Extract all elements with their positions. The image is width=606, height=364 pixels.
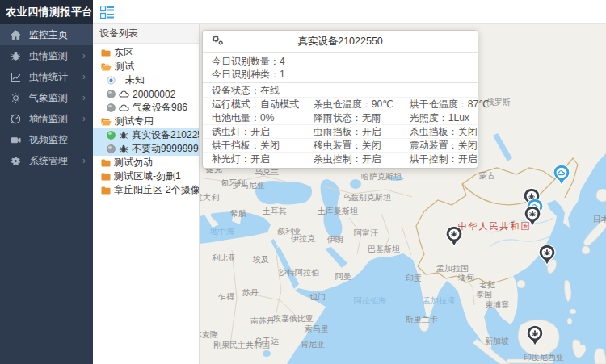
device-info-popup: 真实设备21022550 今日识别数量：4今日识别种类：1 设备状态：在线运行模… xyxy=(202,30,478,169)
popup-field: 烘干控制：开启 xyxy=(401,152,478,165)
folder-icon xyxy=(101,49,111,57)
popup-detail-grid: 设备状态：在线运行模式：自动模式杀虫仓温度：90℃烘干仓温度：87℃电池电量：0… xyxy=(203,83,478,168)
device-list-header: 设备列表 xyxy=(93,24,199,44)
chevron-right-icon: › xyxy=(82,92,86,103)
device-label: 不要动99999999 xyxy=(132,142,199,156)
device-tree-item[interactable]: 测试勿动 xyxy=(93,156,199,169)
insect-device-icon xyxy=(119,144,128,153)
sidebar-item-5[interactable]: 视频监控 xyxy=(0,129,93,150)
app-title: 农业四情测报平台 xyxy=(0,0,93,24)
sidebar-item-label: 系统管理 xyxy=(29,154,82,168)
folder-icon xyxy=(101,186,111,195)
popup-field: 烘干挡板：关闭 xyxy=(203,138,305,152)
popup-field: 诱虫灯：开启 xyxy=(203,124,305,138)
chevron-right-icon: › xyxy=(82,50,86,61)
popup-field: 光照度：1Lux xyxy=(401,111,478,124)
status-dot xyxy=(107,103,116,112)
insect-device-marker[interactable] xyxy=(538,244,556,266)
device-label: 东区 xyxy=(114,46,133,60)
device-tree-item[interactable]: 测试 xyxy=(93,60,199,73)
popup-field: 杀虫仓温度：90℃ xyxy=(305,97,401,111)
chevron-right-icon: › xyxy=(82,113,86,124)
gear-icon xyxy=(10,155,21,166)
popup-stats: 今日识别数量：4今日识别种类：1 xyxy=(203,53,478,83)
popup-stat: 今日识别数量：4 xyxy=(203,55,478,68)
weather-device-marker[interactable] xyxy=(553,164,570,186)
chevron-right-icon: › xyxy=(82,155,86,166)
device-tree: 东区测试未知20000002气象设备986测试专用真实设备21022550不要动… xyxy=(93,44,199,197)
weather-device-icon xyxy=(119,90,129,98)
device-tree-item[interactable]: 不要动99999999 xyxy=(93,142,199,156)
sidebar-item-2[interactable]: 虫情统计› xyxy=(0,66,93,87)
insect-device-icon xyxy=(119,131,128,140)
chevron-right-icon: › xyxy=(82,71,86,82)
device-tree-item[interactable]: 东区 xyxy=(93,46,199,60)
radio-icon[interactable] xyxy=(107,76,116,85)
device-tree-item[interactable]: 测试区域-勿删1 xyxy=(93,169,199,183)
sidebar-item-label: 墒情监测 xyxy=(29,112,82,126)
popup-field: 运行模式：自动模式 xyxy=(203,97,305,111)
device-label: 气象设备986 xyxy=(133,101,187,115)
device-tree-item[interactable]: 章丘阳丘区-2个摄像头 xyxy=(93,183,199,197)
device-label: 20000002 xyxy=(133,89,175,100)
status-dot xyxy=(107,90,116,98)
popup-field: 烘干仓温度：87℃ xyxy=(401,97,478,111)
sidebar-item-label: 虫情监测 xyxy=(29,49,82,63)
device-tree-item[interactable]: 测试专用 xyxy=(93,115,199,128)
app-window: 农业四情测报平台 监控主页 虫情监测›虫情统计›气象监测›墒情监测›视频监控 系… xyxy=(0,0,606,364)
popup-field: 补光灯：开启 xyxy=(203,152,305,165)
device-status: 设备状态：在线 xyxy=(203,84,478,97)
globe-icon xyxy=(10,113,21,124)
insect-icon xyxy=(10,50,21,61)
popup-header: 真实设备21022550 xyxy=(203,31,478,53)
popup-stat: 今日识别种类：1 xyxy=(203,68,478,81)
status-dot xyxy=(107,131,116,140)
device-label: 测试专用 xyxy=(115,115,154,128)
sidebar-item-label: 监控主页 xyxy=(29,28,83,42)
top-toolbar xyxy=(93,0,606,24)
sun-icon xyxy=(10,92,21,103)
popup-field: 降雨状态：无雨 xyxy=(305,111,401,124)
folder-open-icon xyxy=(101,63,112,71)
sidebar-item-6[interactable]: 系统管理› xyxy=(0,150,93,171)
device-list-panel: 设备列表 东区测试未知20000002气象设备986测试专用真实设备210225… xyxy=(93,24,200,364)
insect-device-marker[interactable] xyxy=(445,225,463,248)
device-tree-item[interactable]: 未知 xyxy=(93,73,199,87)
device-label: 测试勿动 xyxy=(114,156,153,169)
home-icon xyxy=(10,29,21,40)
device-tree-item[interactable]: 气象设备986 xyxy=(93,101,199,115)
popup-title: 真实设备21022550 xyxy=(225,35,455,48)
sidebar: 农业四情测报平台 监控主页 虫情监测›虫情统计›气象监测›墒情监测›视频监控 系… xyxy=(0,0,93,364)
sidebar-item-label: 气象监测 xyxy=(29,91,82,105)
sidebar-item-1[interactable]: 虫情监测› xyxy=(0,45,93,66)
device-label: 章丘阳丘区-2个摄像头 xyxy=(114,183,199,197)
popup-field: 移虫装置：关闭 xyxy=(305,138,401,152)
popup-field: 杀虫挡板：关闭 xyxy=(401,124,478,138)
sidebar-item-4[interactable]: 墒情监测› xyxy=(0,108,93,129)
insect-device-marker[interactable] xyxy=(526,324,544,347)
device-tree-item[interactable]: 真实设备21022550 xyxy=(93,128,199,142)
sidebar-item-0[interactable]: 监控主页 xyxy=(0,24,93,45)
sidebar-item-label: 虫情统计 xyxy=(29,70,82,84)
weather-device-icon xyxy=(119,104,129,111)
status-dot xyxy=(107,144,116,153)
settings-cogs-icon[interactable] xyxy=(211,35,225,48)
device-label: 真实设备21022550 xyxy=(132,128,199,142)
popup-field: 杀虫控制：开启 xyxy=(305,152,401,165)
sidebar-item-label: 视频监控 xyxy=(29,133,83,147)
folder-icon xyxy=(101,173,111,181)
popup-field: 虫雨挡板：开启 xyxy=(305,124,401,138)
tree-toggle-icon[interactable] xyxy=(100,6,114,19)
device-label: 测试区域-勿删1 xyxy=(114,169,181,183)
insect-device-marker[interactable] xyxy=(524,205,541,228)
sidebar-item-3[interactable]: 气象监测› xyxy=(0,87,93,108)
device-tree-item[interactable]: 20000002 xyxy=(93,87,199,101)
folder-icon xyxy=(101,159,111,167)
popup-field: 电池电量：0% xyxy=(203,111,305,124)
chart-icon xyxy=(10,71,21,82)
device-label: 未知 xyxy=(125,73,145,87)
folder-open-icon xyxy=(101,118,112,126)
popup-field: 震动装置：关闭 xyxy=(401,138,478,152)
sidebar-menu: 监控主页 虫情监测›虫情统计›气象监测›墒情监测›视频监控 系统管理› xyxy=(0,24,93,171)
video-icon xyxy=(10,134,21,145)
